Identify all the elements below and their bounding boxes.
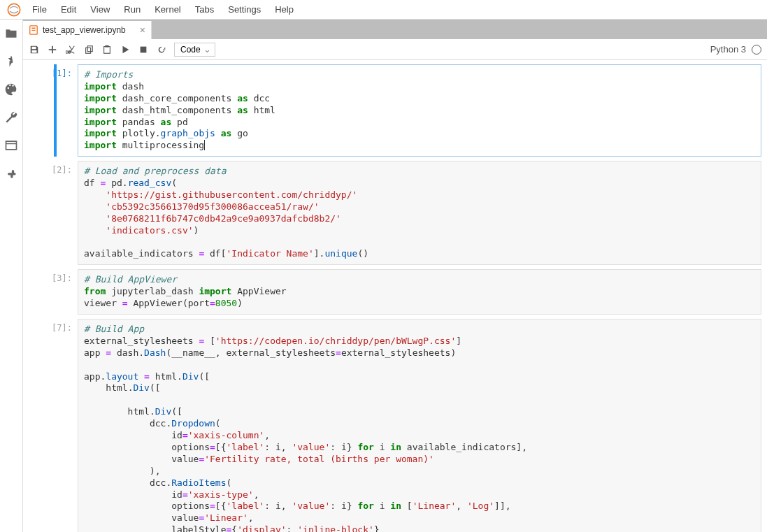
tabs-icon[interactable] — [4, 138, 18, 152]
svg-rect-3 — [31, 30, 35, 31]
svg-rect-8 — [141, 46, 147, 52]
wrench-icon[interactable] — [4, 110, 18, 124]
menu-help[interactable]: Help — [268, 1, 301, 17]
cell-prompt: [3]: — [29, 269, 78, 315]
tab-title: test_app_viewer.ipynb — [43, 25, 126, 35]
jupyter-logo[interactable] — [7, 3, 21, 17]
cell-type-select[interactable]: Code — [174, 43, 215, 57]
code-editor[interactable]: # Build AppViewer from jupyterlab_dash i… — [78, 269, 761, 315]
menu-kernel[interactable]: Kernel — [148, 1, 188, 17]
kernel-name[interactable]: Python 3 — [710, 44, 746, 55]
svg-rect-2 — [31, 28, 35, 29]
code-cell[interactable]: [2]: # Load and preprocess data df = pd.… — [29, 161, 761, 265]
cell-prompt: [2]: — [29, 161, 78, 265]
notebook-icon — [29, 25, 38, 35]
close-icon[interactable]: × — [140, 24, 145, 36]
cut-icon[interactable] — [65, 44, 76, 55]
svg-rect-7 — [105, 45, 108, 47]
svg-rect-5 — [87, 45, 92, 51]
menu-tabs[interactable]: Tabs — [188, 1, 221, 17]
cell-prompt: [7]: — [29, 319, 78, 532]
add-cell-icon[interactable] — [47, 44, 58, 55]
code-editor[interactable]: # Build App external_stylesheets = ['htt… — [78, 319, 761, 532]
svg-rect-6 — [104, 46, 110, 53]
cell-prompt: [1]: — [29, 64, 78, 157]
menu-settings[interactable]: Settings — [221, 1, 268, 17]
copy-icon[interactable] — [83, 44, 94, 55]
run-icon[interactable] — [120, 44, 131, 55]
code-cell[interactable]: [3]: # Build AppViewer from jupyterlab_d… — [29, 269, 761, 315]
extension-icon[interactable] — [4, 166, 18, 180]
notebook-area: [1]: # Imports import dash import dash_c… — [23, 60, 767, 532]
code-editor[interactable]: # Imports import dash import dash_core_c… — [78, 64, 761, 157]
menu-bar: FileEditViewRunKernelTabsSettingsHelp — [0, 0, 767, 20]
save-icon[interactable] — [29, 44, 40, 55]
code-cell[interactable]: [7]: # Build App external_stylesheets = … — [29, 319, 761, 532]
code-cell[interactable]: [1]: # Imports import dash import dash_c… — [29, 64, 761, 157]
notebook-toolbar: Code Python 3 — [23, 39, 767, 60]
menu-edit[interactable]: Edit — [54, 1, 83, 17]
tab-notebook[interactable]: test_app_viewer.ipynb × — [23, 21, 152, 39]
code-editor[interactable]: # Load and preprocess data df = pd.read_… — [78, 161, 761, 265]
running-icon[interactable] — [4, 55, 18, 69]
svg-rect-4 — [86, 48, 91, 53]
menu-run[interactable]: Run — [117, 1, 148, 17]
activity-bar — [0, 20, 23, 532]
kernel-status-icon[interactable] — [752, 45, 761, 55]
tab-strip: test_app_viewer.ipynb × — [23, 20, 767, 39]
restart-icon[interactable] — [156, 44, 167, 55]
menu-view[interactable]: View — [83, 1, 117, 17]
menu-file[interactable]: File — [25, 1, 54, 17]
svg-point-0 — [8, 3, 20, 15]
folder-icon[interactable] — [4, 27, 18, 41]
stop-icon[interactable] — [138, 44, 149, 55]
palette-icon[interactable] — [4, 82, 18, 96]
paste-icon[interactable] — [101, 44, 113, 55]
